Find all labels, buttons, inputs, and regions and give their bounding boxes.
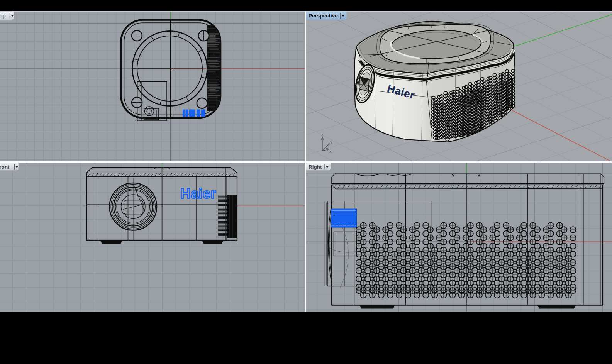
svg-text:z: z [321,132,324,137]
svg-text:Front: Front [0,164,10,170]
svg-text:Perspective: Perspective [309,13,338,19]
svg-text:x: x [329,149,332,154]
svg-text:Right: Right [309,164,322,170]
svg-text:Haier: Haier [180,186,216,201]
svg-text:Top: Top [0,13,6,19]
svg-text:y: y [330,140,332,144]
